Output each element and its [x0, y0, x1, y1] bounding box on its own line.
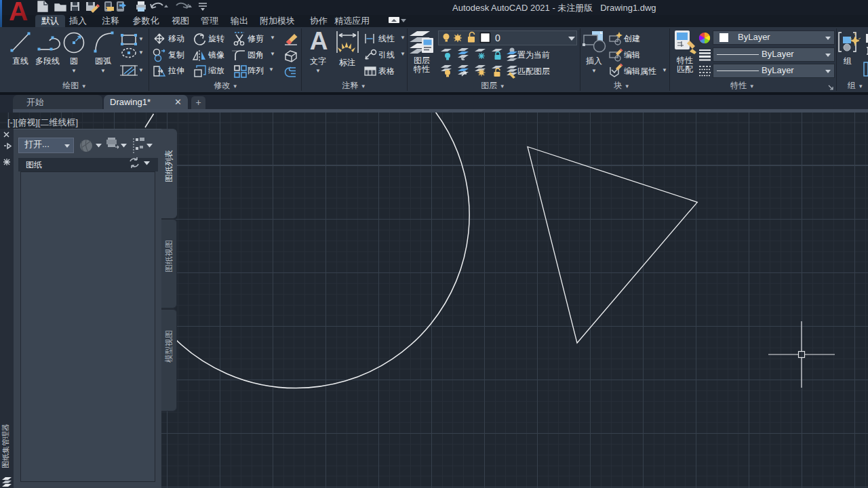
svg-text:0: 0 [495, 33, 500, 43]
svg-text:A: A [9, 0, 28, 26]
